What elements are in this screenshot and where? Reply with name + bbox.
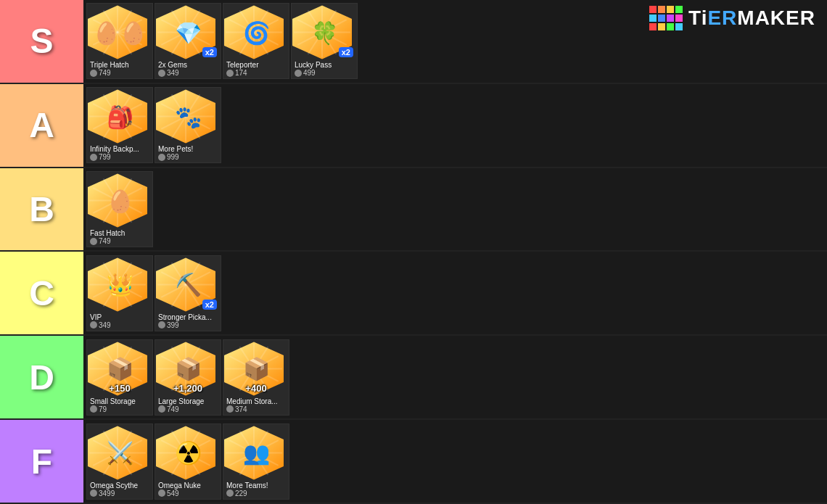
- item-price: 749: [89, 69, 151, 77]
- badge-x2: x2: [202, 299, 217, 310]
- item-image: ⚔️: [88, 426, 152, 481]
- tier-items-f: ⚔️Omega Scythe3499 ☢️Omega Nuke549 👥More…: [83, 420, 827, 503]
- item-price: 549: [157, 489, 219, 497]
- item-card[interactable]: 👥More Teams!229: [223, 424, 289, 500]
- item-name: Lucky Pass: [293, 60, 355, 69]
- item-name: Large Storage: [157, 397, 219, 405]
- badge-boost: +1,200: [173, 383, 202, 394]
- item-card[interactable]: 🥚Fast Hatch749: [86, 171, 153, 247]
- item-image: 💎x2: [156, 5, 220, 60]
- item-price: 374: [225, 405, 287, 413]
- item-card[interactable]: 🌀Teleporter174: [223, 3, 289, 79]
- item-price: 349: [157, 69, 219, 77]
- item-price: 749: [89, 237, 151, 245]
- tier-label-b: B: [0, 168, 83, 251]
- item-price: 3499: [89, 489, 151, 497]
- price-icon: [90, 321, 97, 329]
- item-image: 📦+400: [224, 342, 288, 397]
- tier-label-a: A: [0, 84, 83, 167]
- item-image: 👑: [88, 257, 152, 313]
- item-card[interactable]: 📦+150Small Storage79: [86, 339, 153, 416]
- item-image: 📦+150: [88, 342, 152, 397]
- item-image: 🥚🥚: [88, 5, 152, 60]
- item-image: ⛏️x2: [156, 257, 220, 313]
- item-card[interactable]: 👑VIP349: [86, 255, 153, 331]
- tier-items-d: 📦+150Small Storage79 📦+1,200Large Storag…: [83, 336, 827, 418]
- item-name: VIP: [89, 313, 151, 321]
- price-icon: [226, 489, 234, 497]
- price-icon: [90, 489, 97, 497]
- price-icon: [90, 238, 97, 245]
- tier-label-c: C: [0, 252, 83, 334]
- price-icon: [158, 154, 165, 161]
- badge-x2: x2: [202, 47, 217, 57]
- logo-cell: [658, 23, 665, 30]
- item-name: 2x Gems: [157, 60, 219, 69]
- logo-cell: [667, 15, 674, 22]
- tier-row-a: A 🎒Infinity Backp...799 🐾More Pets!999: [0, 84, 827, 168]
- logo-text: TiERMAKER: [688, 7, 815, 30]
- price-value: 349: [99, 321, 111, 329]
- logo-cell: [658, 15, 665, 22]
- price-value: 549: [167, 489, 179, 497]
- tier-row-b: B 🥚Fast Hatch749: [0, 168, 827, 252]
- item-price: 749: [157, 405, 219, 413]
- item-card[interactable]: 🥚🥚Triple Hatch749: [86, 3, 153, 79]
- price-icon: [158, 70, 165, 77]
- item-card[interactable]: 🐾More Pets!999: [155, 87, 221, 163]
- item-image: 🥚: [88, 173, 152, 228]
- price-icon: [295, 70, 302, 77]
- logo-cell: [649, 15, 657, 22]
- logo-cell: [675, 6, 683, 13]
- item-name: Fast Hatch: [89, 228, 151, 237]
- logo-grid-icon: [649, 6, 683, 30]
- price-value: 349: [167, 69, 179, 77]
- logo-cell: [667, 23, 674, 30]
- price-value: 79: [99, 405, 107, 413]
- logo-cell: [649, 23, 657, 30]
- item-price: 174: [225, 69, 287, 77]
- price-value: 399: [167, 321, 179, 329]
- item-name: Omega Nuke: [157, 481, 219, 489]
- price-icon: [226, 70, 234, 77]
- item-name: Medium Stora...: [225, 397, 287, 405]
- item-card[interactable]: ⛏️x2Stronger Picka...399: [155, 255, 221, 331]
- logo-cell: [658, 6, 665, 13]
- item-name: Stronger Picka...: [157, 313, 219, 321]
- item-card[interactable]: 💎x22x Gems349: [155, 3, 221, 79]
- item-price: 349: [89, 321, 151, 329]
- price-value: 749: [167, 405, 179, 413]
- item-name: Omega Scythe: [89, 481, 151, 489]
- item-name: More Teams!: [225, 481, 287, 489]
- price-value: 749: [99, 237, 111, 245]
- price-icon: [158, 321, 165, 329]
- item-name: More Pets!: [157, 144, 219, 153]
- logo-cell: [667, 6, 674, 13]
- price-value: 999: [167, 153, 179, 161]
- tier-label-f: F: [0, 420, 83, 503]
- price-icon: [226, 405, 234, 413]
- tier-table-wrapper: TiERMAKER S 🥚🥚Triple Hatch749 💎x22x Gems…: [0, 0, 827, 504]
- price-icon: [158, 405, 165, 413]
- item-card[interactable]: 🍀x2Lucky Pass499: [291, 3, 358, 79]
- item-card[interactable]: 📦+1,200Large Storage749: [155, 339, 221, 416]
- price-value: 374: [235, 405, 247, 413]
- item-card[interactable]: ☢️Omega Nuke549: [155, 424, 221, 500]
- item-name: Triple Hatch: [89, 60, 151, 69]
- item-image: ☢️: [156, 426, 220, 481]
- item-card[interactable]: 📦+400Medium Stora...374: [223, 339, 289, 416]
- item-image: 🌀: [224, 5, 288, 60]
- item-price: 499: [293, 69, 355, 77]
- price-value: 3499: [99, 489, 115, 497]
- price-icon: [158, 489, 165, 497]
- item-price: 999: [157, 153, 219, 161]
- item-price: 799: [89, 153, 151, 161]
- item-card[interactable]: 🎒Infinity Backp...799: [86, 87, 153, 163]
- item-price: 79: [89, 405, 151, 413]
- price-value: 749: [99, 69, 111, 77]
- item-card[interactable]: ⚔️Omega Scythe3499: [86, 424, 153, 500]
- badge-boost: +400: [245, 383, 266, 394]
- price-value: 499: [303, 69, 316, 77]
- tier-row-f: F ⚔️Omega Scythe3499 ☢️Omega Nuke549 �: [0, 420, 827, 504]
- price-icon: [90, 405, 97, 413]
